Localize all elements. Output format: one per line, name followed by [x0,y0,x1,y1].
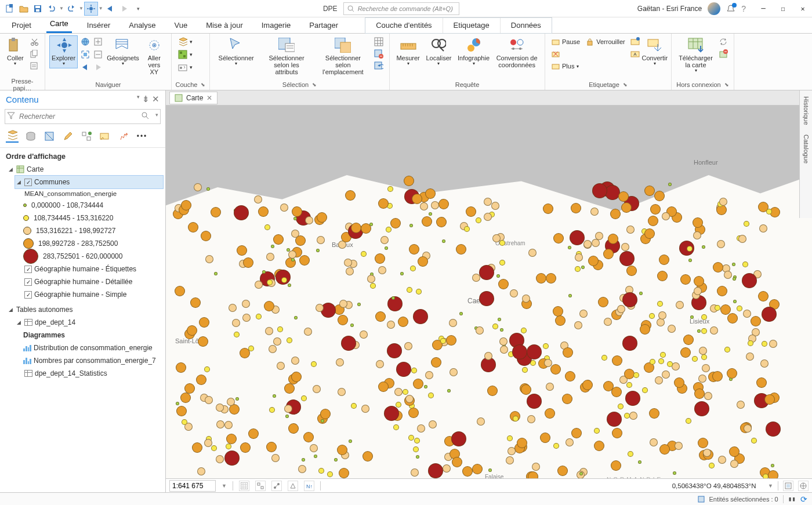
commune-point[interactable] [550,364,561,375]
commune-point[interactable] [693,231,701,239]
search-scope-icon[interactable]: ▾ [155,112,158,118]
commune-point[interactable] [405,395,414,403]
commune-point[interactable] [446,335,456,346]
copy-path-icon[interactable] [28,60,40,72]
commune-point[interactable] [507,447,516,455]
add-data-button[interactable]: ▾ [176,36,194,48]
commune-point[interactable] [269,345,277,353]
commune-point[interactable] [713,262,723,273]
paste-button[interactable]: Coller▾ [5,36,26,68]
commune-point[interactable] [404,342,412,350]
commune-point[interactable] [687,246,693,252]
commune-point[interactable] [575,253,583,261]
commune-point[interactable] [201,231,211,241]
expander-icon[interactable]: ◢ [7,307,14,313]
commune-point[interactable] [760,359,768,368]
redo-dropdown-icon[interactable]: ▼ [79,6,84,11]
expander-icon[interactable]: ◢ [15,319,22,325]
correction-icon[interactable] [288,481,298,491]
label-lock-button[interactable]: Verrouiller [584,36,627,48]
commune-point[interactable] [742,273,757,288]
notifications-icon[interactable] [726,4,735,13]
commune-point[interactable] [396,402,401,408]
commune-point[interactable] [298,465,306,473]
visibility-checkbox[interactable]: ✓ [24,266,32,273]
commune-point[interactable] [316,304,324,312]
commune-point[interactable] [175,286,185,296]
commune-point[interactable] [719,198,727,206]
commune-point[interactable] [226,444,231,449]
commune-point[interactable] [498,279,509,289]
commune-point[interactable] [605,185,620,200]
commune-point[interactable] [510,289,518,297]
commune-point[interactable] [375,311,386,322]
scale-dropdown-icon[interactable]: ▼ [222,483,227,489]
help-icon[interactable]: ? [741,4,746,13]
commune-point[interactable] [190,297,201,308]
refresh-icon[interactable]: ⟳ [800,495,807,504]
commune-point[interactable] [668,183,672,186]
commune-point[interactable] [717,240,725,248]
label-unplaced-button[interactable] [550,48,582,60]
new-project-icon[interactable] [3,2,16,15]
redo-icon[interactable] [65,2,78,15]
tab-inserer[interactable]: Insérer [84,18,114,33]
layer-hg-etiquettes[interactable]: ▸ ✓ Géographie humaine - Étiquettes [15,263,163,275]
commune-point[interactable] [513,416,519,422]
commune-point[interactable] [644,186,655,196]
commune-point[interactable] [317,212,327,223]
commune-point[interactable] [582,380,593,390]
goto-xy-button[interactable]: Aller vers XY [142,36,166,77]
visibility-checkbox[interactable]: ✓ [24,291,32,299]
commune-point[interactable] [500,346,508,354]
commune-point[interactable] [362,451,373,462]
convert-labels-button[interactable]: Convertir▾ [643,36,666,68]
user-name[interactable]: Gaëtan - Esri France [637,5,702,13]
tab-imagerie[interactable]: Imagerie [258,18,295,33]
explore-qat-dropdown[interactable]: ▼ [99,6,103,11]
dynamic-constraints-icon[interactable] [271,481,282,491]
commune-point[interactable] [579,472,583,475]
save-icon[interactable] [31,2,44,15]
commune-point[interactable] [205,255,213,263]
commune-point[interactable] [287,337,292,343]
commune-point[interactable] [764,394,775,405]
commune-point[interactable] [266,442,277,452]
commune-point[interactable] [702,364,710,372]
commune-point[interactable] [341,336,356,351]
commune-point[interactable] [476,326,484,335]
commune-point[interactable] [662,370,670,379]
table-dpe-stats[interactable]: ▸ dpe_dept_14_Statistics [15,367,163,380]
pane-close-icon[interactable]: ✕ [152,94,160,104]
commune-point[interactable] [654,191,665,201]
list-by-labeling-icon[interactable] [99,130,111,143]
measure-button[interactable]: Mesurer▾ [394,36,422,68]
commune-point[interactable] [338,388,346,396]
commune-point[interactable] [610,209,621,219]
layer-launcher-icon[interactable]: ⬊ [201,82,205,88]
qat-customize-icon[interactable]: ▾ [132,2,145,15]
commune-point[interactable] [622,292,637,307]
next-extent-icon[interactable] [118,2,131,15]
commune-point[interactable] [266,253,274,261]
commune-point[interactable] [527,415,535,423]
commune-point[interactable] [376,360,384,368]
commune-point[interactable] [592,239,600,247]
commune-point[interactable] [313,385,321,393]
commune-point[interactable] [380,236,389,244]
commune-point[interactable] [288,423,299,434]
commune-point[interactable] [188,222,198,232]
commune-point[interactable] [451,431,466,446]
commune-point[interactable] [744,221,749,227]
coord-conversion-button[interactable]: Conversion de coordonnées [494,36,540,70]
chart-distribution[interactable]: Distribution de consommation_energie [23,341,163,354]
commune-point[interactable] [271,245,274,248]
commune-point[interactable] [284,383,295,394]
commune-point[interactable] [742,261,748,267]
prev-extent-nav-icon[interactable] [79,61,91,73]
commune-point[interactable] [301,395,307,401]
commune-point[interactable] [579,310,588,318]
commune-point[interactable] [521,384,531,395]
commune-point[interactable] [436,217,447,227]
commune-point[interactable] [408,435,414,441]
